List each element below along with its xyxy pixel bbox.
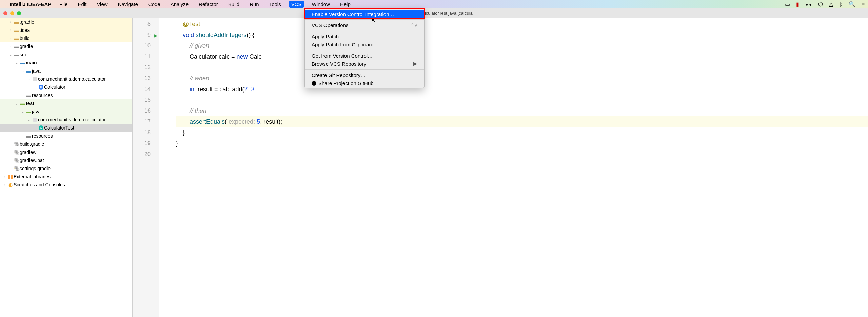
tree-item[interactable]: ▬resources [0, 91, 132, 99]
menu-code[interactable]: Code [146, 1, 162, 8]
menu-navigate[interactable]: Navigate [116, 1, 140, 8]
tree-item[interactable]: CCalculatorTest [0, 124, 132, 132]
drive-icon[interactable]: △ [829, 1, 833, 7]
cube-icon[interactable]: ⬡ [818, 1, 823, 7]
code-area[interactable]: @Test void shouldAddIntegers() { // give… [159, 18, 868, 317]
menu-build[interactable]: Build [226, 1, 241, 8]
menu-tools[interactable]: Tools [267, 1, 283, 8]
menu-item[interactable]: Get from Version Control… [305, 52, 424, 60]
menu-window[interactable]: Window [310, 1, 332, 8]
tree-item[interactable]: ›▮▮External Libraries [0, 173, 132, 181]
dropbox-icon[interactable]: ⬧⬧ [805, 1, 812, 7]
tree-item[interactable]: CCalculator [0, 83, 132, 91]
tree-item[interactable]: ▬resources [0, 132, 132, 140]
tree-item[interactable]: ⌄▬src [0, 51, 132, 59]
menu-item[interactable]: Browse VCS Repository▶ [305, 60, 424, 68]
menu-item[interactable]: Create Git Repository… [305, 71, 424, 79]
menu-vcs[interactable]: VCS [289, 1, 304, 8]
tree-item[interactable]: ⌄▬java [0, 107, 132, 116]
menu-item[interactable]: Apply Patch from Clipboard… [305, 40, 424, 48]
menu-analyze[interactable]: Analyze [169, 1, 191, 8]
fullscreen-icon[interactable] [17, 11, 21, 15]
menu-file[interactable]: File [57, 1, 70, 8]
minimize-icon[interactable] [10, 11, 14, 15]
tree-item[interactable]: 🐘build.gradle [0, 140, 132, 148]
menu-item[interactable]: Apply Patch… [305, 32, 424, 40]
menu-item[interactable]: Share Project on GitHub [305, 79, 424, 87]
tree-item[interactable]: 🐘gradlew.bat [0, 156, 132, 164]
close-icon[interactable] [3, 11, 7, 15]
tree-item[interactable]: ›▬.idea [0, 26, 132, 34]
menu-refactor[interactable]: Refactor [197, 1, 220, 8]
tray: ▭ ▮ ⬧⬧ ⬡ △ ᛒ 🔍 ≡ [785, 1, 865, 7]
menu-edit[interactable]: Edit [76, 1, 89, 8]
tree-item[interactable]: ⌄com.mechanitis.demo.calculator [0, 75, 132, 83]
project-tree[interactable]: ›▬.gradle›▬.idea›▬build›▬gradle⌄▬src⌄▬ma… [0, 18, 133, 317]
display-icon[interactable]: ▭ [785, 1, 790, 7]
tree-item[interactable]: 🐘settings.gradle [0, 164, 132, 173]
github-icon [312, 81, 316, 86]
tree-item[interactable]: ⌄▬java [0, 67, 132, 75]
list-icon[interactable]: ≡ [862, 1, 865, 7]
menu-help[interactable]: Help [338, 1, 353, 8]
menu-view[interactable]: View [95, 1, 110, 8]
vcs-menu: Enable Version Control Integration…VCS O… [304, 8, 425, 88]
menu-item[interactable]: VCS Operations⌃V [305, 21, 424, 29]
tree-item[interactable]: ›▬.gradle [0, 18, 132, 26]
tree-item[interactable]: ›▬gradle [0, 42, 132, 51]
code-editor[interactable]: ▶ 891011121314151617181920 @Test void sh… [133, 18, 868, 317]
tree-item[interactable]: ›◐Scratches and Consoles [0, 181, 132, 189]
app-name[interactable]: IntelliJ IDEA-EAP [9, 1, 51, 7]
menu-item[interactable]: Enable Version Control Integration… [305, 10, 424, 18]
bluetooth-icon[interactable]: ᛒ [839, 1, 843, 7]
record-icon[interactable]: ▮ [796, 1, 799, 7]
tree-item[interactable]: ⌄▬main [0, 59, 132, 67]
run-gutter-icon[interactable]: ▶ [154, 30, 157, 41]
window-titlebar: calculator – CalculatorTest.java [calcul… [0, 8, 868, 18]
menu-run[interactable]: Run [248, 1, 261, 8]
tree-item[interactable]: 🐘gradlew [0, 148, 132, 156]
tree-item[interactable]: ›▬build [0, 34, 132, 42]
search-icon[interactable]: 🔍 [849, 1, 855, 7]
cursor-icon: ↖ [372, 18, 376, 23]
tree-item[interactable]: ⌄com.mechanitis.demo.calculator [0, 116, 132, 124]
tree-item[interactable]: ⌄▬test [0, 99, 132, 107]
mac-menubar: IntelliJ IDEA-EAP FileEditViewNavigateCo… [0, 0, 868, 8]
gutter: ▶ 891011121314151617181920 [133, 18, 159, 317]
